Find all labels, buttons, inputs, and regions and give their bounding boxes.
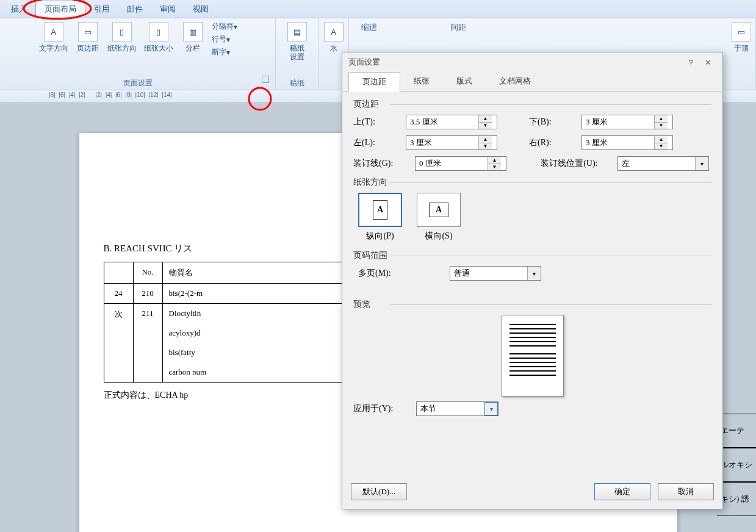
page-setup-dialog-launcher[interactable] bbox=[262, 76, 269, 83]
menu-insert[interactable]: 插入 bbox=[2, 1, 35, 17]
dialog-footer: 默认(D)... 确定 取消 bbox=[342, 478, 722, 509]
input-bottom[interactable]: ▲▼ bbox=[581, 115, 673, 129]
top-icon: ▭ bbox=[732, 22, 751, 41]
orient-landscape[interactable]: A 横向(S) bbox=[417, 193, 461, 242]
btn-breaks[interactable]: 分隔符 ▾ bbox=[210, 21, 239, 32]
orientation-icon: ▯ bbox=[112, 22, 132, 41]
tab-margins[interactable]: 页边距 bbox=[348, 72, 400, 92]
portrait-icon: A bbox=[373, 200, 387, 220]
columns-icon: ▥ bbox=[183, 22, 203, 41]
input-top[interactable]: ▲▼ bbox=[406, 115, 497, 129]
page-setup-dialog: 页面设置 ? ✕ 页边距 纸张 版式 文档网格 页边距 上(T): ▲▼ 下(B… bbox=[342, 52, 723, 509]
btn-line-numbers[interactable]: 行号 ▾ bbox=[210, 34, 239, 45]
th-blank bbox=[104, 262, 133, 284]
lbl-multipage: 多页(M): bbox=[358, 268, 413, 279]
dialog-titlebar[interactable]: 页面设置 ? ✕ bbox=[342, 52, 722, 72]
default-button[interactable]: 默认(D)... bbox=[351, 483, 407, 500]
chevron-down-icon[interactable]: ▾ bbox=[527, 267, 541, 280]
lbl-gutter: 装订线(G): bbox=[353, 158, 411, 169]
spin-up-icon[interactable]: ▲ bbox=[655, 136, 668, 143]
section-pages-label: 页码范围 bbox=[353, 250, 711, 261]
chevron-down-icon[interactable]: ▾ bbox=[695, 157, 708, 170]
spin-down-icon[interactable]: ▼ bbox=[479, 143, 492, 150]
tab-docgrid[interactable]: 文档网格 bbox=[486, 72, 544, 91]
size-icon: ▯ bbox=[149, 22, 168, 41]
orient-portrait[interactable]: A 纵向(P) bbox=[358, 193, 402, 242]
close-icon[interactable]: ✕ bbox=[699, 56, 716, 69]
section-orient-label: 纸张方向 bbox=[353, 177, 711, 188]
paper-icon: ▤ bbox=[287, 22, 307, 41]
watermark-icon: A bbox=[324, 22, 344, 41]
margins-icon: ▭ bbox=[78, 22, 98, 41]
btn-hyphenation[interactable]: 断字 ▾ bbox=[210, 46, 239, 58]
text-direction-icon: A bbox=[44, 22, 63, 41]
section-preview-label: 预览 bbox=[353, 299, 711, 310]
lbl-left: 左(L): bbox=[353, 137, 402, 148]
help-icon[interactable]: ? bbox=[682, 56, 699, 69]
input-gutter[interactable]: ▲▼ bbox=[415, 156, 506, 171]
input-right[interactable]: ▲▼ bbox=[581, 135, 673, 150]
group-label-page-setup: 页面设置 bbox=[123, 77, 153, 88]
lbl-gutter-pos: 装订线位置(U): bbox=[541, 158, 614, 169]
select-multipage[interactable]: 普通▾ bbox=[450, 266, 541, 281]
btn-watermark[interactable]: A水 bbox=[319, 21, 348, 54]
spin-up-icon[interactable]: ▲ bbox=[655, 115, 668, 123]
tab-paper[interactable]: 纸张 bbox=[400, 72, 443, 91]
select-applyto[interactable]: 本节▾ bbox=[416, 401, 499, 416]
cancel-button[interactable]: 取消 bbox=[658, 483, 714, 500]
lbl-applyto: 应用于(Y): bbox=[353, 403, 411, 414]
menu-mailings[interactable]: 邮件 bbox=[118, 1, 151, 17]
btn-top[interactable]: ▭于顶 bbox=[727, 21, 756, 54]
btn-text-direction[interactable]: A文字方向 bbox=[37, 21, 71, 54]
menu-review[interactable]: 审阅 bbox=[151, 1, 184, 17]
th-no: No. bbox=[133, 262, 162, 284]
btn-margins[interactable]: ▭页边距 bbox=[73, 21, 103, 54]
lbl-top: 上(T): bbox=[353, 117, 402, 128]
dialog-body: 页边距 上(T): ▲▼ 下(B): ▲▼ 左(L): ▲▼ 右(R): ▲▼ … bbox=[342, 92, 722, 478]
ok-button[interactable]: 确定 bbox=[594, 483, 650, 500]
spin-up-icon[interactable]: ▲ bbox=[479, 136, 492, 143]
chevron-down-icon[interactable]: ▾ bbox=[484, 402, 498, 415]
label-spacing: 间距 bbox=[450, 22, 466, 33]
dialog-title: 页面设置 bbox=[348, 57, 380, 68]
spin-down-icon[interactable]: ▼ bbox=[488, 164, 501, 171]
spin-up-icon[interactable]: ▲ bbox=[479, 115, 492, 123]
spin-down-icon[interactable]: ▼ bbox=[479, 123, 492, 129]
label-indent: 缩进 bbox=[361, 22, 377, 33]
menu-view[interactable]: 视图 bbox=[184, 1, 217, 17]
preview-thumbnail bbox=[502, 315, 564, 397]
lbl-right: 右(R): bbox=[529, 137, 578, 148]
btn-paper-setting[interactable]: ▤稿纸 设置 bbox=[283, 21, 312, 62]
group-label-paper: 稿纸 bbox=[290, 77, 304, 88]
menu-references[interactable]: 引用 bbox=[85, 1, 118, 17]
spin-down-icon[interactable]: ▼ bbox=[655, 143, 668, 150]
tab-layout[interactable]: 版式 bbox=[443, 72, 486, 91]
lbl-bottom: 下(B): bbox=[529, 117, 578, 128]
dialog-tabs: 页边距 纸张 版式 文档网格 bbox=[342, 72, 722, 92]
spin-down-icon[interactable]: ▼ bbox=[655, 123, 668, 129]
btn-orientation[interactable]: ▯纸张方向 bbox=[105, 21, 139, 54]
select-gutter-pos[interactable]: 左▾ bbox=[617, 156, 709, 171]
landscape-icon: A bbox=[429, 203, 448, 217]
section-margins-label: 页边距 bbox=[353, 99, 711, 110]
input-left[interactable]: ▲▼ bbox=[406, 135, 497, 150]
btn-columns[interactable]: ▥分栏 bbox=[178, 21, 207, 54]
menu-bar: 插入 页面布局 引用 邮件 审阅 视图 bbox=[0, 0, 756, 18]
btn-size[interactable]: ▯纸张大小 bbox=[142, 21, 176, 54]
spin-up-icon[interactable]: ▲ bbox=[488, 157, 501, 164]
menu-page-layout[interactable]: 页面布局 bbox=[35, 1, 85, 17]
